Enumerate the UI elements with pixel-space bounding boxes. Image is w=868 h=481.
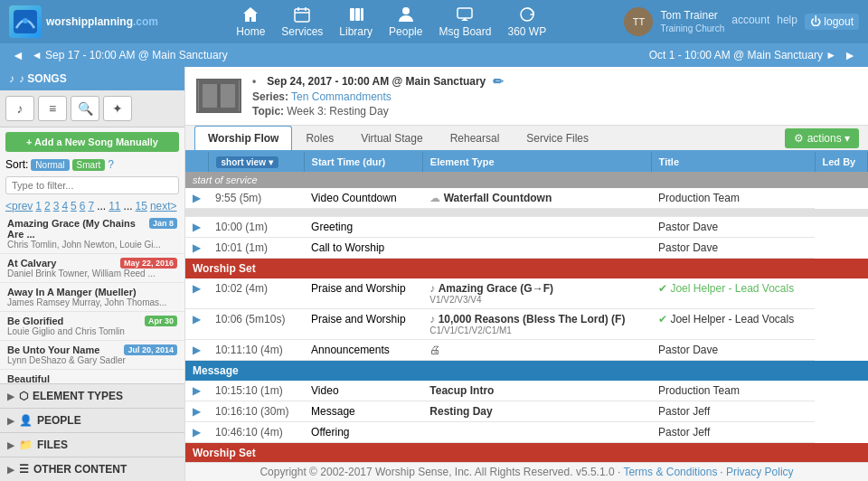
expand-cell[interactable]: ▶ (185, 381, 208, 401)
title-text: Resting Day (429, 405, 492, 418)
page-5[interactable]: 5 (71, 200, 77, 212)
title-cell: 🖨 (422, 340, 651, 361)
logout-link[interactable]: ⏻ logout (805, 14, 859, 30)
tool-search[interactable]: 🔍 (71, 96, 99, 121)
nav-home[interactable]: Home (236, 5, 265, 38)
terms-link[interactable]: Terms & Conditions (623, 466, 717, 478)
next-page[interactable]: next> (150, 200, 177, 212)
logo-area: worshipplanning.com (9, 5, 158, 38)
led-by-cell: Pastor Jeff (651, 401, 815, 422)
user-nav-links: account help ⏻ logout (731, 14, 859, 30)
tab-rehearsal[interactable]: Rehearsal (437, 126, 514, 150)
help-link[interactable]: help (777, 14, 797, 30)
smart-info-icon[interactable]: ? (108, 158, 114, 171)
series-value[interactable]: Ten Commandments (291, 90, 392, 103)
table-row[interactable]: ▶ 10:01 (1m) Call to Worship Pastor Dave (185, 238, 868, 259)
expand-cell[interactable]: ▶ (185, 422, 208, 443)
title-text: Waterfall Countdown (444, 192, 552, 204)
page-7[interactable]: 7 (88, 200, 94, 212)
expand-cell[interactable]: ▶ (185, 278, 208, 309)
list-item[interactable]: Jul 20, 2014Be Unto Your Name Lynn DeSha… (0, 341, 184, 370)
people-header[interactable]: ▶ 👤 PEOPLE (0, 409, 184, 432)
bullet-icon: • (252, 75, 256, 88)
nav-services-label: Services (281, 25, 323, 38)
other-content-header[interactable]: ▶ ☰ OTHER CONTENT (0, 457, 184, 481)
main-layout: ♪ ♪ SONGS ♪ ≡ 🔍 ✦ + Add a New Song Manua… (0, 67, 868, 481)
table-row[interactable]: ▶ 10:46:10 (4m) Offering Pastor Jeff (185, 422, 868, 443)
page-6[interactable]: 6 (80, 200, 86, 212)
view-badge[interactable]: short view ▾ (216, 156, 278, 168)
table-row[interactable]: ▶ 10:00 (1m) Greeting Pastor Dave (185, 217, 868, 238)
search-input[interactable] (5, 176, 179, 194)
svg-rect-14 (221, 84, 235, 108)
table-row[interactable]: ▶ 9:55 (5m) Video Countdown ☁ Waterfall … (185, 188, 868, 209)
page-4[interactable]: 4 (61, 200, 68, 212)
page-1[interactable]: 1 (35, 200, 42, 212)
tool-music[interactable]: ♪ (5, 96, 34, 121)
title-cell: Teacup Intro (422, 381, 651, 401)
worship-set-label: Worship Set (185, 443, 868, 463)
nav-people-label: People (389, 25, 422, 38)
tool-filter[interactable]: ✦ (103, 96, 132, 121)
nav-home-label: Home (236, 25, 265, 38)
date-badge: May 22, 2016 (120, 258, 177, 269)
nav-360wp[interactable]: 360 WP (507, 5, 546, 38)
page-3[interactable]: 3 (53, 200, 60, 212)
list-item[interactable]: Beautiful Dennis Cleveland (0, 370, 184, 383)
tab-virtual-stage[interactable]: Virtual Stage (347, 126, 437, 150)
page-11[interactable]: 11 (108, 200, 120, 212)
nav-services[interactable]: Services (281, 5, 323, 38)
sort-label: Sort: (5, 158, 28, 171)
privacy-link[interactable]: Privacy Policy (726, 466, 794, 478)
expand-cell[interactable]: ▶ (185, 401, 208, 422)
nav-msgboard[interactable]: Msg Board (439, 5, 491, 38)
actions-button[interactable]: ⚙ actions ▾ (785, 128, 859, 148)
led-by-cell: Production Team (651, 188, 815, 209)
tool-list[interactable]: ≡ (38, 96, 67, 121)
tab-roles[interactable]: Roles (292, 126, 347, 150)
expand-cell[interactable]: ▶ (185, 340, 208, 361)
list-item[interactable]: Away In A Manger (Mueller) James Ramsey … (0, 283, 184, 312)
expand-cell[interactable]: ▶ (185, 238, 208, 259)
edit-icon[interactable]: ✏ (493, 74, 504, 89)
topic-label: Topic: (252, 105, 284, 118)
led-by-cell: Pastor Dave (651, 340, 815, 361)
table-row[interactable]: ▶ 10:11:10 (4m) Announcements 🖨 Pastor D… (185, 340, 868, 361)
list-item[interactable]: May 22, 2016At Calvary Daniel Brink Town… (0, 254, 184, 283)
sort-normal-badge[interactable]: Normal (31, 159, 69, 171)
elem-type-cell: Praise and Worship (304, 309, 422, 340)
table-row[interactable]: ▶ 10:15:10 (1m) Video Teacup Intro Produ… (185, 381, 868, 401)
list-item[interactable]: Jan 8Amazing Grace (My Chains Are ... Ch… (0, 214, 184, 254)
topic-value: Week 3: Resting Day (287, 105, 389, 118)
nav-library[interactable]: Library (339, 5, 373, 38)
expand-cell[interactable]: ▶ (185, 217, 208, 238)
prev-service-arrow[interactable]: ◄ (9, 48, 27, 62)
page-15[interactable]: 15 (136, 200, 147, 212)
svg-rect-8 (361, 8, 363, 21)
files-header[interactable]: ▶ 📁 FILES (0, 433, 184, 457)
list-item[interactable]: Apr 30Be Glorified Louie Giglio and Chri… (0, 312, 184, 341)
element-types-header[interactable]: ▶ ⬡ ELEMENT TYPES (0, 384, 184, 408)
expand-icon: ▶ (7, 440, 14, 450)
tab-service-files[interactable]: Service Files (513, 126, 602, 150)
files-icon: 📁 (19, 439, 33, 451)
tab-worship-flow[interactable]: Worship Flow (194, 126, 292, 150)
sort-smart-badge[interactable]: Smart (72, 159, 106, 171)
col-view[interactable]: short view ▾ (208, 152, 304, 172)
nav-library-label: Library (339, 25, 373, 38)
pagination: <prev 1 2 3 4 5 6 7 ... 11 ... 15 next> (0, 198, 184, 214)
table-row[interactable]: ▶ 10:06 (5m10s) Praise and Worship ♪ 10,… (185, 309, 868, 340)
prev-page[interactable]: <prev (5, 200, 33, 212)
expand-cell[interactable]: ▶ (185, 188, 208, 209)
expand-cell[interactable]: ▶ (185, 309, 208, 340)
next-service-arrow[interactable]: ► (841, 48, 859, 62)
table-row[interactable]: ▶ 10:02 (4m) Praise and Worship ♪ Amazin… (185, 278, 868, 309)
nav-people[interactable]: People (389, 5, 422, 38)
add-song-button[interactable]: + Add a New Song Manually (5, 132, 179, 152)
table-row[interactable]: ▶ 10:16:10 (30m) Message Resting Day Pas… (185, 401, 868, 422)
element-types-icon: ⬡ (19, 390, 28, 402)
table-row: Worship Set (185, 443, 868, 463)
account-link[interactable]: account (731, 14, 769, 30)
page-2[interactable]: 2 (44, 200, 51, 212)
time-cell: 10:01 (1m) (208, 238, 304, 259)
